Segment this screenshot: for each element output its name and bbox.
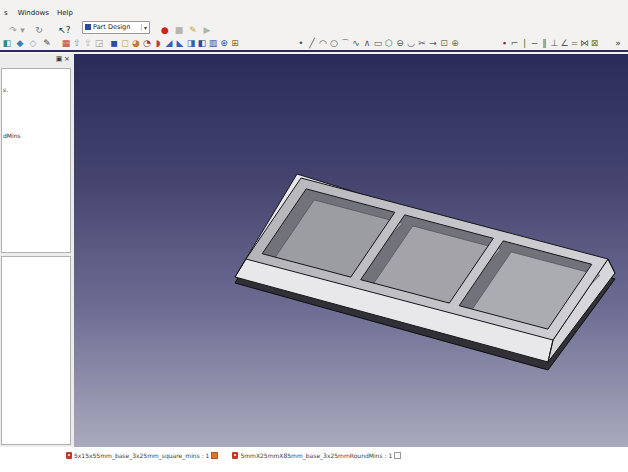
status-bar (0, 464, 628, 472)
trim-icon[interactable]: ✂ (417, 37, 427, 50)
groove-icon[interactable]: ◔ (142, 37, 152, 50)
carbon-copy-icon[interactable]: ⊕ (450, 37, 460, 50)
constraint-vertical-icon[interactable]: ∣ (520, 37, 529, 50)
bspline-icon[interactable]: ∿ (351, 37, 361, 50)
circle-icon[interactable]: ○ (329, 37, 339, 50)
menu-bar: s Windows Help (0, 0, 628, 18)
workbench-selector[interactable]: Part Design ▾ (82, 21, 150, 34)
polar-pattern-icon[interactable]: ⊛ (219, 37, 229, 50)
tree-item-document1[interactable]: s. (3, 86, 8, 93)
constraint-equal-icon[interactable]: = (570, 37, 579, 50)
sketch-fillet-icon[interactable]: ◡ (406, 37, 416, 50)
constraint-parallel-icon[interactable]: ∥ (540, 37, 549, 50)
pocket-icon[interactable]: ◻ (120, 37, 130, 50)
line-icon[interactable]: ╱ (307, 37, 317, 50)
conic-icon[interactable]: ⌒ (340, 37, 350, 50)
document-tab-2[interactable]: 5mmX25mmX85mm_base_3x25mmRoundMins : 1 (232, 452, 401, 459)
thickness-icon[interactable]: ◨ (186, 37, 196, 50)
view-fit-all-icon[interactable]: ◇ (27, 37, 39, 50)
chevron-down-icon[interactable]: ▾ (141, 24, 147, 31)
macro-stop-icon[interactable]: ■ (173, 24, 185, 37)
slot-icon[interactable]: ⊖ (395, 37, 405, 50)
tab-modified-indicator (211, 452, 218, 459)
document-tab-1-label: 5x15x55mm_base_3x25mm_square_mins : 1 (74, 452, 209, 459)
validate-sketch-icon[interactable]: ◲ (94, 37, 104, 50)
dock-float-button[interactable]: ▣ (55, 55, 63, 64)
workbench-icon (85, 24, 91, 30)
constraint-point-on-object-icon[interactable]: ⌐ (510, 37, 519, 50)
extend-icon[interactable]: → (428, 37, 438, 50)
macro-toolbar: ↷▾↻↖? Part Design ▾ ●■✎▶ (0, 18, 628, 36)
constraint-horizontal-icon[interactable]: − (530, 37, 539, 50)
revolution-icon[interactable]: ◕ (131, 37, 141, 50)
dock-close-button[interactable]: × (63, 55, 71, 64)
document-tab-bar: 5x15x55mm_base_3x25mm_square_mins : 1 5m… (0, 447, 628, 464)
model-tree-panel[interactable]: s. dMins (1, 68, 71, 253)
tree-item-document2[interactable]: dMins (3, 132, 21, 139)
draft-icon[interactable]: ◣ (175, 37, 185, 50)
reorient-sketch-icon[interactable]: ⇧ (83, 37, 93, 50)
document-tab-2-label: 5mmX25mmX85mm_base_3x25mmRoundMins : 1 (240, 452, 392, 459)
arc-icon[interactable]: ◠ (318, 37, 328, 50)
chamfer-icon[interactable]: ◢ (164, 37, 174, 50)
view-axonometric-icon[interactable]: ◆ (14, 37, 26, 50)
menu-help[interactable]: Help (54, 8, 76, 18)
freecad-doc-icon (232, 452, 238, 459)
map-sketch-icon[interactable]: ⇧ (72, 37, 82, 50)
constraint-lock-icon[interactable]: ⊠ (590, 37, 599, 50)
macro-record-icon[interactable]: ● (159, 24, 171, 37)
point-icon[interactable]: • (296, 37, 306, 50)
linear-pattern-icon[interactable]: ▥ (208, 37, 218, 50)
multitransform-icon[interactable]: ⊞ (230, 37, 240, 50)
workbench-selected-value: Part Design (93, 23, 141, 31)
freecad-doc-icon (66, 452, 72, 459)
menu-fragment: s (1, 8, 11, 18)
edit-pen-icon[interactable]: ✎ (41, 37, 53, 50)
redo-icon[interactable]: ↷ (7, 24, 19, 37)
macro-edit-icon[interactable]: ✎ (187, 24, 199, 37)
constraint-tangent-icon[interactable]: ∠ (560, 37, 569, 50)
rectangle-icon[interactable]: ▭ (373, 37, 383, 50)
macro-play-icon[interactable]: ▶ (201, 24, 213, 37)
main-toolbar: ◧◆◇✎▦⇧⇧◲◼◻◕◔◗◢◣◨◧▥⊛⊞•╱◠○⌒∿∧▭⬡⊖◡✂→⊡⊕∙⌐∣−∥… (0, 36, 628, 52)
property-editor-panel[interactable] (1, 256, 71, 445)
constraint-perpendicular-icon[interactable]: ⊥ (550, 37, 559, 50)
menu-windows[interactable]: Windows (15, 8, 52, 18)
external-geometry-icon[interactable]: ⊡ (439, 37, 449, 50)
polygon-icon[interactable]: ⬡ (384, 37, 394, 50)
redo-dropdown-icon[interactable]: ▾ (19, 24, 26, 37)
tray-model[interactable] (74, 54, 628, 447)
tab-indicator (394, 452, 401, 459)
toolbar-overflow-icon[interactable]: » (613, 37, 623, 50)
whats-this-icon[interactable]: ↖? (57, 24, 72, 37)
new-sketch-icon[interactable]: ▦ (61, 37, 71, 50)
document-tab-1[interactable]: 5x15x55mm_base_3x25mm_square_mins : 1 (66, 452, 218, 459)
fillet-icon[interactable]: ◗ (153, 37, 163, 50)
mirrored-icon[interactable]: ◧ (197, 37, 207, 50)
freecad-window: s Windows Help ↷▾↻↖? Part Design ▾ ●■✎▶ … (0, 0, 628, 472)
view-draw-style-icon[interactable]: ◧ (1, 37, 13, 50)
pad-icon[interactable]: ◼ (109, 37, 119, 50)
refresh-icon[interactable]: ↻ (33, 24, 45, 37)
constraint-coincident-icon[interactable]: ∙ (500, 37, 509, 50)
constraint-symmetric-icon[interactable]: ⋈ (580, 37, 589, 50)
3d-viewport[interactable] (74, 54, 628, 447)
polyline-icon[interactable]: ∧ (362, 37, 372, 50)
